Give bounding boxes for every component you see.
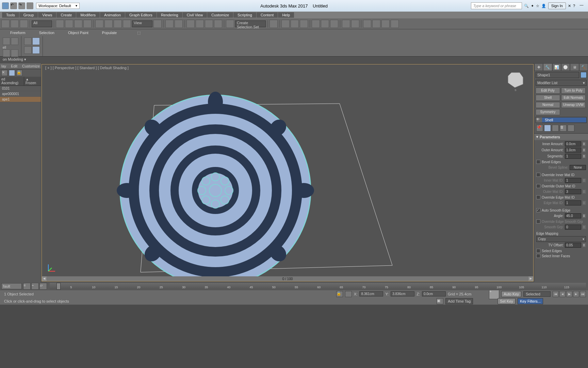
list-item[interactable]: 0101	[0, 86, 41, 91]
turntopoly-button[interactable]: Turn to Poly	[561, 88, 586, 94]
display-tab-icon[interactable]: 🖥	[570, 63, 579, 71]
motion-tab-icon[interactable]: ⚪	[561, 63, 570, 71]
frozen-column-header[interactable]: ▲ Frozen	[24, 77, 41, 86]
tab-selection[interactable]: Selection	[39, 31, 54, 35]
tab-freeform[interactable]: Freeform	[10, 31, 26, 35]
angle-snap-icon[interactable]	[196, 20, 204, 28]
goto-end-icon[interactable]: ⏭	[580, 291, 586, 297]
subobj-vertex-icon[interactable]	[3, 49, 10, 57]
make-unique-icon[interactable]	[552, 125, 559, 132]
normal-button[interactable]: Normal	[536, 102, 560, 108]
render-setup-icon[interactable]	[342, 20, 350, 28]
lock-selection-icon[interactable]: 🔓	[336, 291, 343, 297]
minimize-button[interactable]: —	[577, 3, 586, 9]
keyfilters-button[interactable]: Key Filters...	[518, 298, 543, 304]
object-color-swatch[interactable]	[581, 72, 587, 78]
render-in-cloud-icon[interactable]	[372, 20, 380, 28]
render-production-icon[interactable]	[363, 20, 371, 28]
shell-button[interactable]: Shell	[536, 95, 560, 101]
segments-input[interactable]: 1	[565, 154, 581, 159]
tab-populate[interactable]: Populate	[102, 31, 117, 35]
spinner-icon[interactable]: ⇕	[583, 190, 586, 194]
configure-sets-icon[interactable]	[568, 125, 574, 132]
help-search-input[interactable]: Type a keyword or phrase	[471, 2, 522, 9]
search-icon[interactable]: 🔍	[524, 4, 529, 8]
poly-modeling-icon[interactable]	[11, 37, 18, 45]
use-pivot-center-icon[interactable]	[153, 20, 162, 28]
select-manipulate-icon[interactable]	[165, 20, 174, 28]
percent-snap-icon[interactable]	[205, 20, 213, 28]
star-icon[interactable]: ☆	[536, 4, 539, 8]
curve-editor-icon[interactable]	[312, 20, 320, 28]
ribbon-icon[interactable]	[24, 46, 32, 54]
override-edge-checkbox[interactable]	[536, 195, 540, 199]
add-timetag-button[interactable]: Add Time Tag	[445, 298, 473, 304]
unlink-icon[interactable]	[11, 20, 19, 28]
close-panel-icon[interactable]: ✕	[568, 4, 571, 8]
angle-input[interactable]: 45.0	[565, 213, 581, 218]
spinner-snap-icon[interactable]	[214, 20, 222, 28]
menu-create[interactable]: Create	[56, 12, 76, 18]
utilities-tab-icon[interactable]: 🔨	[579, 63, 588, 71]
script-listener-icon[interactable]: ▣	[437, 298, 443, 304]
object-name-input[interactable]: Shape1	[536, 72, 579, 78]
menu-group[interactable]: Group	[19, 12, 38, 18]
redo-icon[interactable]: ↷	[18, 2, 25, 9]
name-column-header[interactable]: ed Ascending)	[0, 77, 24, 86]
layer-explorer-icon[interactable]	[291, 20, 299, 28]
menu-animation[interactable]: Animation	[100, 12, 125, 18]
view-mode-icon[interactable]	[9, 70, 15, 76]
placement-icon[interactable]	[123, 20, 131, 28]
time-slider-handle[interactable]	[56, 283, 61, 290]
ribbon-icon[interactable]	[32, 46, 40, 54]
next-frame-icon[interactable]: ►	[573, 291, 579, 297]
spinner-icon[interactable]: ⇕	[583, 201, 586, 205]
ribbon-icon[interactable]	[24, 37, 32, 45]
ribbon-icon[interactable]	[32, 37, 40, 45]
override-outer-checkbox[interactable]	[536, 184, 540, 188]
hierarchy-tab-icon[interactable]: 📊	[552, 63, 561, 71]
filter-icon[interactable]: ▱	[39, 283, 47, 290]
menu-help[interactable]: Help	[278, 12, 294, 18]
lock-icon[interactable]: 🔒	[16, 70, 22, 76]
stack-item-shell[interactable]: Shell	[542, 118, 586, 122]
ribbon-toggle-icon[interactable]: ⬚	[137, 31, 141, 35]
spinner-icon[interactable]: ⇕	[583, 142, 586, 146]
menu-scripting[interactable]: Scripting	[233, 12, 256, 18]
modifier-stack[interactable]: 👁 Shell	[536, 117, 587, 123]
render-presets-icon[interactable]	[391, 20, 399, 28]
toggle-ribbon-icon[interactable]	[300, 20, 308, 28]
menu-content[interactable]: Content	[257, 12, 278, 18]
setkey-button[interactable]: Set Key	[497, 298, 516, 304]
close-icon[interactable]: ✕	[1, 70, 7, 76]
menu-rendering[interactable]: Rendering	[157, 12, 182, 18]
poly-modeling-icon[interactable]	[3, 37, 10, 45]
time-slider[interactable]: ◄ 0 / 100 ►	[42, 276, 533, 281]
goto-start-icon[interactable]: ⏮	[553, 291, 559, 297]
modifier-list-dropdown[interactable]: Modifier List	[536, 80, 587, 86]
scene-menu-display[interactable]: lay	[1, 64, 6, 68]
parameters-rollup-header[interactable]: ▾ Parameters	[534, 134, 588, 140]
workspace-dropdown[interactable]: Workspace: Default	[36, 3, 80, 9]
menu-grapheditors[interactable]: Graph Editors	[125, 12, 157, 18]
prev-frame-icon[interactable]: ◄	[559, 291, 566, 297]
menu-civilview[interactable]: Civil View	[183, 12, 207, 18]
snap-toggle-icon[interactable]	[186, 20, 195, 28]
override-edge-smooth-checkbox[interactable]	[536, 219, 540, 224]
tv-offset-input[interactable]: 0.05	[565, 243, 581, 248]
select-object-icon[interactable]	[56, 20, 64, 28]
schematic-view-icon[interactable]	[321, 20, 329, 28]
editnormals-button[interactable]: Edit Normals	[561, 95, 586, 101]
app-icon[interactable]	[2, 2, 9, 9]
link-icon[interactable]	[27, 2, 33, 9]
window-crossing-icon[interactable]	[83, 20, 92, 28]
help-icon[interactable]: ?	[573, 4, 575, 8]
bind-spacewarp-icon[interactable]	[20, 20, 28, 28]
spinner-icon[interactable]: ⇕	[583, 225, 586, 229]
absolute-mode-icon[interactable]	[345, 291, 352, 297]
list-item[interactable]: ape000001	[0, 91, 41, 97]
editpoly-button[interactable]: Edit Poly	[536, 88, 560, 94]
bevel-spline-button[interactable]: None	[570, 165, 586, 170]
outer-matid-input[interactable]: 3	[565, 189, 581, 194]
material-editor-icon[interactable]	[330, 20, 338, 28]
